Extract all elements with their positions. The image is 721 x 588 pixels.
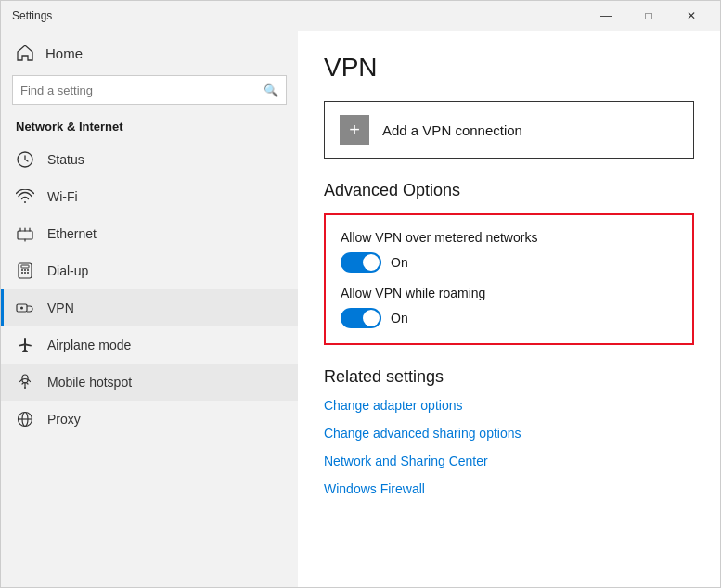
- toggle-metered-label: Allow VPN over metered networks: [341, 230, 677, 245]
- svg-point-6: [21, 272, 23, 274]
- window-controls: — □ ✕: [585, 1, 713, 31]
- search-input[interactable]: [20, 83, 264, 97]
- title-bar: Settings — □ ✕: [1, 1, 720, 31]
- hotspot-icon: [16, 373, 34, 391]
- sidebar-item-dialup[interactable]: Dial-up: [1, 252, 298, 289]
- close-button[interactable]: ✕: [670, 1, 713, 31]
- sidebar-item-home[interactable]: Home: [1, 31, 298, 75]
- toggle-metered-row: Allow VPN over metered networks On: [341, 230, 677, 273]
- toggle-metered-container: On: [341, 252, 677, 273]
- svg-rect-9: [21, 265, 29, 268]
- content-area: Home 🔍 Network & Internet Status: [1, 31, 720, 587]
- svg-point-4: [24, 269, 26, 271]
- link-network-sharing-center[interactable]: Network and Sharing Center: [324, 454, 694, 468]
- related-settings-title: Related settings: [324, 367, 694, 387]
- maximize-button[interactable]: □: [627, 1, 670, 31]
- svg-point-8: [27, 272, 29, 274]
- sidebar-item-mobilehotspot[interactable]: Mobile hotspot: [1, 364, 298, 401]
- status-icon: [16, 150, 34, 169]
- sidebar-label-ethernet: Ethernet: [47, 226, 97, 241]
- sidebar-item-airplane[interactable]: Airplane mode: [1, 326, 298, 364]
- main-content: VPN + Add a VPN connection Advanced Opti…: [298, 31, 720, 587]
- ethernet-icon: [16, 224, 34, 243]
- sidebar-label-dialup: Dial-up: [47, 263, 88, 278]
- page-title: VPN: [324, 53, 694, 83]
- toggle-metered-state: On: [391, 255, 408, 270]
- minimize-button[interactable]: —: [585, 1, 627, 31]
- home-label: Home: [45, 45, 83, 61]
- advanced-options-title: Advanced Options: [324, 181, 694, 200]
- svg-point-11: [20, 307, 23, 310]
- sidebar-label-status: Status: [47, 152, 84, 167]
- svg-point-5: [27, 269, 29, 271]
- sidebar-label-wifi: Wi-Fi: [47, 189, 78, 204]
- sidebar-item-status[interactable]: Status: [1, 141, 298, 178]
- airplane-icon: [16, 336, 34, 354]
- svg-point-3: [21, 269, 23, 271]
- wifi-icon: [16, 187, 34, 206]
- link-change-adapter-options[interactable]: Change adapter options: [324, 398, 694, 413]
- add-vpn-label: Add a VPN connection: [382, 122, 522, 138]
- settings-window: Settings — □ ✕ Home 🔍: [0, 0, 721, 588]
- toggle-roaming-label: Allow VPN while roaming: [341, 286, 677, 300]
- toggle-roaming-switch[interactable]: [341, 308, 381, 328]
- vpn-icon: [16, 299, 34, 317]
- plus-icon: +: [340, 115, 369, 145]
- proxy-icon: [16, 410, 34, 428]
- sidebar-item-ethernet[interactable]: Ethernet: [1, 215, 298, 252]
- toggle-metered-switch[interactable]: [341, 252, 381, 273]
- sidebar-label-airplane: Airplane mode: [47, 338, 131, 352]
- search-icon: 🔍: [264, 83, 278, 97]
- link-change-advanced-sharing[interactable]: Change advanced sharing options: [324, 426, 694, 441]
- search-box[interactable]: 🔍: [12, 75, 287, 105]
- sidebar-section-title: Network & Internet: [1, 116, 298, 141]
- sidebar-label-vpn: VPN: [47, 300, 74, 315]
- svg-point-7: [24, 272, 26, 274]
- link-windows-firewall[interactable]: Windows Firewall: [324, 481, 694, 496]
- advanced-options-box: Allow VPN over metered networks On Allow…: [324, 213, 694, 345]
- svg-rect-1: [18, 231, 32, 239]
- sidebar-label-mobilehotspot: Mobile hotspot: [47, 375, 132, 390]
- toggle-roaming-row: Allow VPN while roaming On: [341, 286, 677, 328]
- window-title: Settings: [12, 9, 52, 22]
- toggle-roaming-state: On: [391, 311, 408, 326]
- sidebar-item-proxy[interactable]: Proxy: [1, 401, 298, 438]
- sidebar-label-proxy: Proxy: [47, 412, 81, 427]
- dialup-icon: [16, 262, 34, 280]
- sidebar-item-wifi[interactable]: Wi-Fi: [1, 178, 298, 215]
- sidebar: Home 🔍 Network & Internet Status: [1, 31, 298, 587]
- sidebar-item-vpn[interactable]: VPN: [1, 289, 298, 326]
- toggle-roaming-container: On: [341, 308, 677, 328]
- home-icon: [16, 44, 34, 62]
- add-vpn-button[interactable]: + Add a VPN connection: [324, 101, 694, 159]
